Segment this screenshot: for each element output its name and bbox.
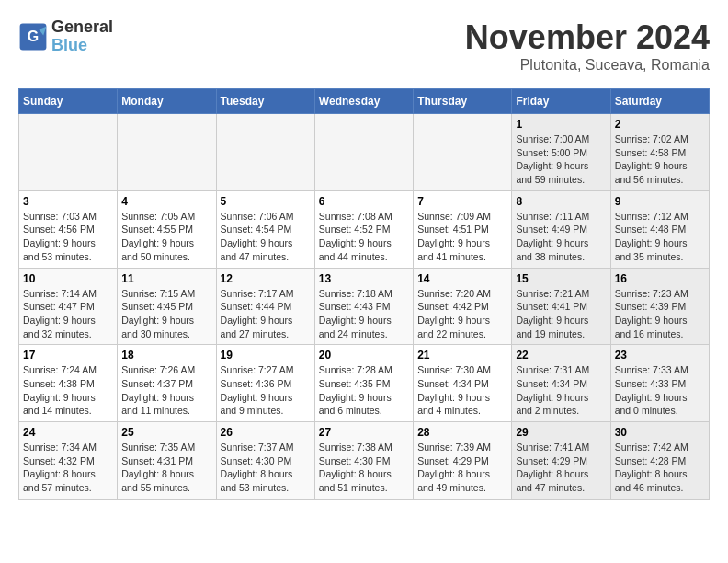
day-info: Sunrise: 7:28 AM Sunset: 4:35 PM Dayligh… [319,363,409,418]
calendar-cell: 24Sunrise: 7:34 AM Sunset: 4:32 PM Dayli… [19,422,118,500]
weekday-header-tuesday: Tuesday [216,89,314,114]
day-info: Sunrise: 7:05 AM Sunset: 4:55 PM Dayligh… [121,210,211,264]
calendar-cell: 18Sunrise: 7:26 AM Sunset: 4:37 PM Dayli… [118,345,216,422]
calendar-cell: 12Sunrise: 7:17 AM Sunset: 4:44 PM Dayli… [216,268,314,345]
day-number: 15 [516,272,606,285]
title-block: November 2024 Plutonita, Suceava, Romani… [465,18,710,74]
day-info: Sunrise: 7:21 AM Sunset: 4:41 PM Dayligh… [516,287,606,341]
week-row-4: 17Sunrise: 7:24 AM Sunset: 4:38 PM Dayli… [19,345,710,422]
calendar-cell: 6Sunrise: 7:08 AM Sunset: 4:52 PM Daylig… [314,190,413,268]
day-number: 8 [516,195,606,208]
calendar-cell [314,114,413,191]
day-info: Sunrise: 7:38 AM Sunset: 4:30 PM Dayligh… [319,441,409,495]
day-number: 6 [319,195,409,208]
day-number: 3 [23,195,113,208]
weekday-header-sunday: Sunday [19,89,118,114]
day-info: Sunrise: 7:09 AM Sunset: 4:51 PM Dayligh… [417,210,507,264]
day-number: 10 [23,272,113,285]
day-number: 30 [615,426,705,439]
day-info: Sunrise: 7:03 AM Sunset: 4:56 PM Dayligh… [23,210,113,264]
weekday-header-friday: Friday [512,89,610,114]
calendar-cell: 26Sunrise: 7:37 AM Sunset: 4:30 PM Dayli… [216,422,314,500]
calendar-cell: 22Sunrise: 7:31 AM Sunset: 4:34 PM Dayli… [512,345,610,422]
logo-line1: General [51,18,113,37]
day-info: Sunrise: 7:14 AM Sunset: 4:47 PM Dayligh… [23,287,113,341]
calendar-cell: 10Sunrise: 7:14 AM Sunset: 4:47 PM Dayli… [19,268,118,345]
day-number: 19 [221,349,311,362]
day-number: 4 [121,195,211,208]
calendar-table: SundayMondayTuesdayWednesdayThursdayFrid… [18,88,710,500]
day-info: Sunrise: 7:23 AM Sunset: 4:39 PM Dayligh… [615,287,705,341]
day-info: Sunrise: 7:31 AM Sunset: 4:34 PM Dayligh… [516,363,606,418]
day-info: Sunrise: 7:00 AM Sunset: 5:00 PM Dayligh… [516,132,606,187]
day-number: 21 [417,349,507,362]
day-number: 16 [615,272,705,285]
logo: G General Blue [18,18,113,55]
week-row-3: 10Sunrise: 7:14 AM Sunset: 4:47 PM Dayli… [19,268,710,345]
day-number: 17 [23,349,113,362]
calendar-cell: 25Sunrise: 7:35 AM Sunset: 4:31 PM Dayli… [118,422,216,500]
calendar-cell: 4Sunrise: 7:05 AM Sunset: 4:55 PM Daylig… [118,190,216,268]
day-number: 22 [516,349,606,362]
day-number: 13 [319,272,409,285]
day-number: 18 [121,349,211,362]
day-info: Sunrise: 7:35 AM Sunset: 4:31 PM Dayligh… [121,441,211,495]
calendar-cell [414,114,512,191]
day-info: Sunrise: 7:18 AM Sunset: 4:43 PM Dayligh… [319,287,409,341]
page-subtitle: Plutonita, Suceava, Romania [465,57,710,74]
calendar-cell: 15Sunrise: 7:21 AM Sunset: 4:41 PM Dayli… [512,268,610,345]
day-info: Sunrise: 7:11 AM Sunset: 4:49 PM Dayligh… [516,210,606,264]
day-info: Sunrise: 7:06 AM Sunset: 4:54 PM Dayligh… [221,210,311,264]
day-number: 11 [121,272,211,285]
day-number: 5 [221,195,311,208]
day-info: Sunrise: 7:27 AM Sunset: 4:36 PM Dayligh… [221,363,311,418]
day-number: 7 [417,195,507,208]
calendar-cell: 11Sunrise: 7:15 AM Sunset: 4:45 PM Dayli… [118,268,216,345]
day-info: Sunrise: 7:30 AM Sunset: 4:34 PM Dayligh… [417,363,507,418]
day-number: 23 [615,349,705,362]
calendar-cell: 19Sunrise: 7:27 AM Sunset: 4:36 PM Dayli… [216,345,314,422]
day-info: Sunrise: 7:33 AM Sunset: 4:33 PM Dayligh… [615,363,705,418]
calendar-cell: 1Sunrise: 7:00 AM Sunset: 5:00 PM Daylig… [512,114,610,191]
day-number: 2 [615,118,705,131]
week-row-1: 1Sunrise: 7:00 AM Sunset: 5:00 PM Daylig… [19,114,710,191]
weekday-header-thursday: Thursday [414,89,512,114]
day-number: 26 [221,426,311,439]
page-title: November 2024 [465,18,710,57]
calendar-cell: 9Sunrise: 7:12 AM Sunset: 4:48 PM Daylig… [610,190,709,268]
day-info: Sunrise: 7:20 AM Sunset: 4:42 PM Dayligh… [417,287,507,341]
calendar-cell: 29Sunrise: 7:41 AM Sunset: 4:29 PM Dayli… [512,422,610,500]
svg-text:G: G [28,29,39,44]
day-info: Sunrise: 7:08 AM Sunset: 4:52 PM Dayligh… [319,210,409,264]
day-info: Sunrise: 7:26 AM Sunset: 4:37 PM Dayligh… [121,363,211,418]
weekday-header-saturday: Saturday [610,89,709,114]
weekday-header-row: SundayMondayTuesdayWednesdayThursdayFrid… [19,89,710,114]
page-header: G General Blue November 2024 Plutonita, … [18,18,710,74]
day-number: 20 [319,349,409,362]
calendar-cell: 21Sunrise: 7:30 AM Sunset: 4:34 PM Dayli… [414,345,512,422]
day-info: Sunrise: 7:42 AM Sunset: 4:28 PM Dayligh… [615,441,705,495]
day-number: 28 [417,426,507,439]
day-info: Sunrise: 7:37 AM Sunset: 4:30 PM Dayligh… [221,441,311,495]
day-info: Sunrise: 7:39 AM Sunset: 4:29 PM Dayligh… [417,441,507,495]
day-number: 24 [23,426,113,439]
calendar-cell [216,114,314,191]
day-number: 27 [319,426,409,439]
day-info: Sunrise: 7:17 AM Sunset: 4:44 PM Dayligh… [221,287,311,341]
day-number: 14 [417,272,507,285]
day-number: 25 [121,426,211,439]
calendar-cell: 17Sunrise: 7:24 AM Sunset: 4:38 PM Dayli… [19,345,118,422]
calendar-cell: 28Sunrise: 7:39 AM Sunset: 4:29 PM Dayli… [414,422,512,500]
calendar-cell: 30Sunrise: 7:42 AM Sunset: 4:28 PM Dayli… [610,422,709,500]
calendar-cell [19,114,118,191]
calendar-cell: 8Sunrise: 7:11 AM Sunset: 4:49 PM Daylig… [512,190,610,268]
calendar-cell: 16Sunrise: 7:23 AM Sunset: 4:39 PM Dayli… [610,268,709,345]
calendar-cell: 14Sunrise: 7:20 AM Sunset: 4:42 PM Dayli… [414,268,512,345]
calendar-cell: 2Sunrise: 7:02 AM Sunset: 4:58 PM Daylig… [610,114,709,191]
day-info: Sunrise: 7:15 AM Sunset: 4:45 PM Dayligh… [121,287,211,341]
day-info: Sunrise: 7:12 AM Sunset: 4:48 PM Dayligh… [615,210,705,264]
weekday-header-wednesday: Wednesday [314,89,413,114]
day-number: 9 [615,195,705,208]
day-number: 1 [516,118,606,131]
week-row-5: 24Sunrise: 7:34 AM Sunset: 4:32 PM Dayli… [19,422,710,500]
